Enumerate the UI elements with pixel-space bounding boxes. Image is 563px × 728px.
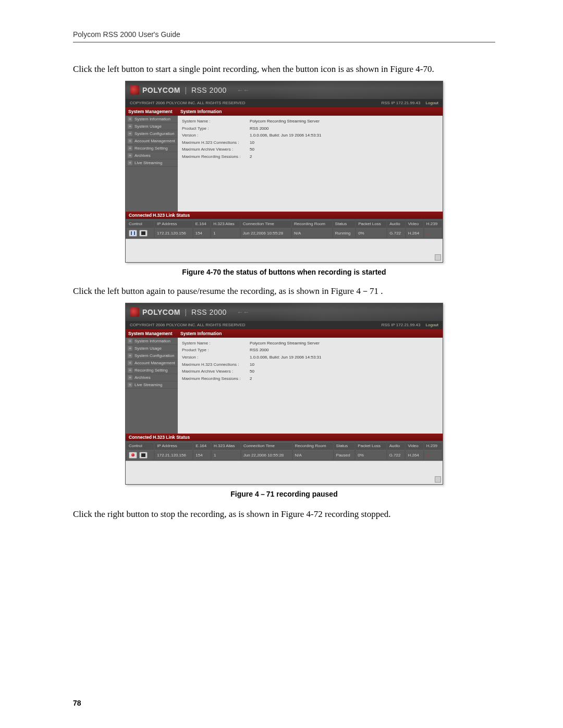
figure-caption-2: Figure 4－71 recording paused	[73, 490, 495, 499]
sidebar-item-label: System Information	[134, 117, 170, 121]
sidebar-item-label: System Configuration	[134, 353, 174, 358]
info-row: Maximum Archive Viewers :50	[182, 146, 438, 153]
sidebar-item-recording-setting[interactable]: +Recording Setting	[126, 367, 178, 374]
expand-icon[interactable]: +	[128, 382, 132, 387]
sidebar-item-archives[interactable]: +Archives	[126, 374, 178, 381]
expand-icon[interactable]: +	[128, 139, 132, 143]
stop-button-icon[interactable]	[139, 452, 148, 459]
app-subbar: COPYRIGHT 2006 POLYCOM INC. ALL RIGHTS R…	[126, 99, 443, 107]
cell-h239: ✓	[424, 228, 442, 238]
cell-ip: 172.21.120.156	[155, 450, 192, 460]
cell-ip: 172.21.120.156	[155, 228, 192, 238]
app-header: POLYCOM | RSS 2000 ←←	[126, 81, 443, 99]
cell-audio: G.722	[387, 450, 405, 460]
content-header: System Information	[178, 107, 443, 116]
polycom-logo-icon	[130, 307, 139, 317]
title-separator: |	[185, 308, 187, 316]
sidebar-item-label: System Configuration	[134, 131, 174, 136]
col-room: Recording Room	[292, 220, 332, 227]
expand-icon[interactable]: +	[128, 361, 132, 365]
nav-back-icon[interactable]: ←←	[237, 87, 250, 94]
info-row: System Name :Polycom Recording Streaming…	[182, 118, 438, 125]
pause-button-icon[interactable]	[129, 230, 137, 237]
nav-back-icon[interactable]: ←←	[237, 309, 250, 316]
sidebar-item-live-streaming[interactable]: +Live Streaming	[126, 381, 178, 389]
sidebar-item-system-usage[interactable]: +System Usage	[126, 345, 178, 352]
stop-button-icon[interactable]	[139, 230, 148, 237]
cell-status: Running	[333, 228, 356, 238]
cell-loss: 0%	[356, 228, 386, 238]
sidebar-item-label: Account Management	[134, 139, 175, 143]
sidebar: System Management +System Information +S…	[126, 329, 178, 434]
sidebar-item-system-information[interactable]: +System Information	[126, 338, 178, 345]
expand-icon[interactable]: +	[128, 353, 132, 358]
sidebar-item-label: Archives	[134, 375, 151, 380]
cell-control	[127, 450, 154, 460]
link-status-header: Connected H.323 Link Status	[126, 212, 443, 219]
sidebar-item-archives[interactable]: +Archives	[126, 152, 178, 159]
brand-text: POLYCOM	[142, 86, 180, 94]
copyright-text: COPYRIGHT 2006 POLYCOM INC. ALL RIGHTS R…	[130, 101, 246, 105]
expand-icon[interactable]: +	[128, 161, 132, 165]
info-row: Version :1.0.0.006, Build: Jun 19 2006 1…	[182, 354, 438, 361]
nav-arrows[interactable]: ←←	[237, 309, 250, 316]
paragraph-1: Click the left button to start a single …	[73, 64, 495, 76]
sidebar-item-account-management[interactable]: +Account Management	[126, 360, 178, 367]
sidebar-item-system-configuration[interactable]: +System Configuration	[126, 352, 178, 360]
expand-icon[interactable]: +	[128, 339, 132, 343]
rss-ip-label: RSS IP 172.21.99.43	[382, 323, 421, 327]
sidebar-item-system-information[interactable]: +System Information	[126, 116, 178, 123]
col-alias: H.323 Alias	[211, 220, 240, 227]
table-row: 172.21.120.156 154 1 Jun 22,2006 10:55:2…	[127, 228, 442, 238]
cell-conn-time: Jun 22,2006 10:55:28	[241, 228, 291, 238]
info-row: Version :1.0.0.006, Build: Jun 19 2006 1…	[182, 132, 438, 139]
col-e164: E.164	[193, 220, 211, 227]
expand-icon[interactable]: +	[128, 146, 132, 151]
cell-room: N/A	[292, 228, 332, 238]
sidebar-item-label: System Usage	[134, 346, 162, 351]
sidebar: System Management +System Information +S…	[126, 107, 178, 212]
col-audio: Audio	[387, 442, 405, 449]
col-status: Status	[333, 220, 356, 227]
cell-alias: 1	[211, 228, 240, 238]
logout-link[interactable]: Logout	[426, 323, 438, 327]
sidebar-item-label: Account Management	[134, 361, 175, 365]
resize-grip-icon[interactable]	[435, 476, 441, 483]
expand-icon[interactable]: +	[128, 117, 132, 121]
col-status: Status	[334, 442, 355, 449]
logout-link[interactable]: Logout	[426, 101, 438, 105]
info-row: Product Type :RSS 2000	[182, 125, 438, 132]
expand-icon[interactable]: +	[128, 153, 132, 158]
sidebar-item-system-configuration[interactable]: +System Configuration	[126, 130, 178, 138]
link-status-table: Control IP Address E.164 H.323 Alias Con…	[126, 441, 443, 461]
sidebar-item-account-management[interactable]: +Account Management	[126, 138, 178, 145]
info-row: Maximum Recording Sessions :2	[182, 153, 438, 161]
resize-grip-icon[interactable]	[435, 254, 441, 261]
bottom-pane	[126, 461, 443, 484]
sidebar-item-system-usage[interactable]: +System Usage	[126, 123, 178, 130]
check-icon: ✓	[426, 231, 430, 236]
record-button-icon[interactable]	[129, 452, 137, 459]
app-title: POLYCOM | RSS 2000	[142, 86, 227, 94]
expand-icon[interactable]: +	[128, 346, 132, 351]
figure-caption-1: Figure 4-70 the status of buttons when r…	[73, 268, 495, 276]
cell-e164: 154	[193, 228, 211, 238]
cell-conn-time: Jun 22,2006 10:55:28	[241, 450, 292, 460]
expand-icon[interactable]: +	[128, 131, 132, 136]
expand-icon[interactable]: +	[128, 368, 132, 373]
col-ip: IP Address	[155, 220, 192, 227]
info-row: Maximum H.323 Connections :10	[182, 361, 438, 368]
title-separator: |	[185, 86, 187, 94]
col-e164: E.164	[193, 442, 211, 449]
cell-audio: G.722	[387, 228, 405, 238]
app-screenshot-2: POLYCOM | RSS 2000 ←← COPYRIGHT 2006 POL…	[125, 303, 443, 485]
expand-icon[interactable]: +	[128, 124, 132, 129]
sidebar-item-live-streaming[interactable]: +Live Streaming	[126, 159, 178, 167]
nav-arrows[interactable]: ←←	[237, 87, 250, 94]
running-header: Polycom RSS 2000 User's Guide	[73, 30, 495, 39]
col-conn-time: Connection Time	[241, 442, 292, 449]
product-text: RSS 2000	[191, 86, 227, 94]
expand-icon[interactable]: +	[128, 375, 132, 380]
sidebar-item-recording-setting[interactable]: +Recording Setting	[126, 145, 178, 152]
cell-video: H.264	[406, 450, 423, 460]
